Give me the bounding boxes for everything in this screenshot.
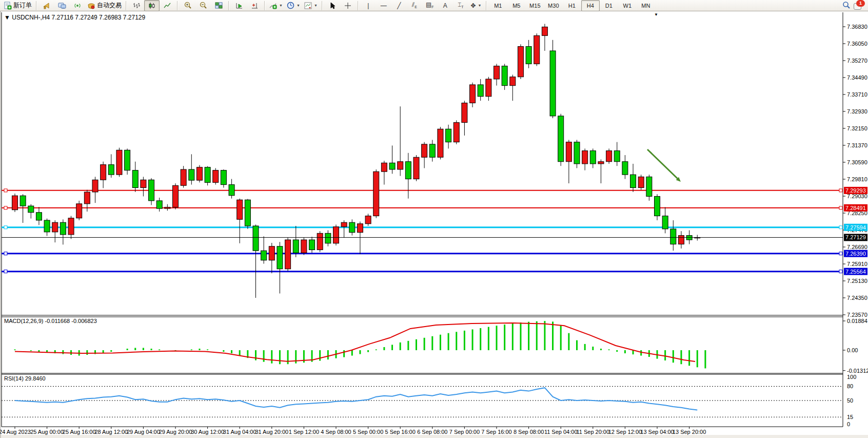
candle-body-up (470, 85, 476, 103)
time-axis-label: 12 Sep 12:00 (608, 429, 642, 435)
time-axis-label: 31 Aug 04:00 (223, 429, 257, 435)
candle-body-down (478, 85, 483, 97)
time-axis-label: 29 Aug 04:00 (127, 429, 160, 435)
time-axis-label: 13 Sep 20:00 (673, 429, 706, 435)
candle-body-down (662, 216, 668, 229)
candle-body-down (261, 251, 267, 260)
price-tick-label: 7.34490 (847, 74, 867, 81)
candle-body-down (502, 66, 507, 86)
candle-body-down (253, 226, 259, 251)
chart-canvas[interactable]: 7.368307.360507.352707.344907.337107.329… (0, 0, 868, 438)
macd-axis-label: 0.01884 (847, 318, 867, 324)
time-axis-label: 13 Sep 04:00 (640, 429, 674, 435)
candle-body-up (317, 233, 323, 250)
candle-body-down (590, 151, 596, 164)
price-tick-label: 7.25130 (847, 278, 867, 284)
candle-body-down (221, 170, 226, 185)
candle-body-up (422, 144, 427, 157)
candle-body-down (655, 196, 660, 216)
candle-body-down (389, 163, 395, 169)
chart-background (0, 11, 868, 438)
candle-body-up (678, 236, 684, 244)
candle-body-up (453, 123, 459, 142)
candle-body-down (574, 142, 580, 164)
time-axis-label: 5 Sep 16:00 (385, 429, 416, 435)
candle-body-up (582, 151, 588, 164)
candle-body-down (20, 196, 26, 206)
rsi-axis-label: 80 (847, 383, 853, 389)
candle-body-down (446, 129, 451, 142)
time-axis-label: 25 Aug 00:00 (30, 429, 64, 435)
candle-body-down (325, 233, 331, 243)
line-anchor[interactable] (839, 189, 842, 192)
time-axis-label: 30 Aug 12:00 (191, 429, 224, 435)
candle-body-up (116, 150, 122, 175)
rsi-axis-label: 100 (847, 374, 856, 380)
time-axis-label: 1 Sep 12:00 (289, 429, 319, 435)
candle-body-down (405, 162, 411, 179)
line-anchor[interactable] (839, 252, 842, 255)
candle-body-down (245, 200, 250, 226)
bid-price-label: 7.27129 (845, 234, 866, 240)
candle-body-up (398, 162, 403, 169)
candle-body-up (285, 240, 291, 269)
candle-body-down (429, 144, 435, 157)
rsi-axis-label: 50 (847, 397, 853, 404)
candle-body-down (646, 177, 652, 196)
candle-body-down (205, 167, 210, 183)
line-anchor[interactable] (4, 270, 7, 273)
price-tick-label: 7.31370 (847, 142, 867, 148)
candle-body-up (196, 167, 202, 180)
candle-body-down (60, 222, 66, 235)
candle-body-down (614, 151, 620, 162)
candle-body-up (341, 222, 347, 226)
time-axis-label: 11 Sep 04:00 (544, 429, 578, 435)
macd-label: MACD(12,26,9) -0.011668 -0.006823 (4, 318, 97, 324)
candle-body-up (606, 151, 612, 162)
candle-body-up (598, 162, 604, 164)
candle-body-up (76, 204, 82, 218)
candle-body-down (622, 162, 628, 175)
candle-body-up (373, 172, 379, 216)
price-tick-label: 7.25910 (847, 261, 867, 267)
candle-body-up (413, 157, 419, 179)
chart-title: ▼ USDCNH-,H4 7.27116 7.27249 7.26983 7.2… (4, 14, 145, 21)
line-anchor[interactable] (4, 189, 7, 192)
line-anchor[interactable] (4, 252, 7, 255)
time-axis-label: 6 Sep 08:00 (417, 429, 447, 435)
line-anchor[interactable] (4, 226, 7, 229)
price-label-7.25564: 7.25564 (845, 269, 866, 275)
candle-body-up (566, 142, 571, 162)
line-anchor[interactable] (839, 206, 842, 210)
candle-body-up (68, 218, 74, 235)
rsi-label: RSI(14) 29.8460 (4, 375, 46, 382)
time-axis-label: 4 Sep 08:00 (321, 429, 351, 435)
candle-body-down (229, 185, 234, 196)
candle-body-up (84, 192, 90, 204)
candle-body-up (12, 196, 18, 210)
candle-body-up (518, 47, 523, 77)
candle-body-up (141, 180, 146, 187)
candle-body-up (381, 163, 387, 172)
candle-body-up (462, 103, 467, 123)
candle-body-down (277, 246, 283, 269)
candle-body-down (670, 229, 676, 244)
price-tick-label: 7.24350 (847, 295, 867, 301)
line-anchor[interactable] (839, 270, 842, 273)
candle-body-up (333, 227, 339, 243)
price-tick-label: 7.32150 (847, 125, 867, 131)
candle-body-up (52, 222, 58, 232)
candle-body-up (534, 35, 540, 64)
price-tick-label: 7.30590 (847, 159, 867, 165)
price-label-7.28491: 7.28491 (845, 205, 866, 211)
price-label-7.29293: 7.29293 (845, 187, 866, 194)
candle-body-up (165, 207, 170, 209)
time-axis-label: 11 Sep 20:00 (576, 429, 609, 435)
line-anchor[interactable] (4, 206, 7, 210)
window-menu-icon[interactable]: ▼ (654, 12, 658, 17)
candle-body-down (156, 201, 162, 208)
candle-body-down (309, 240, 315, 250)
candle-body-down (526, 47, 531, 64)
line-anchor[interactable] (839, 226, 842, 229)
window-bottom-strip (0, 435, 868, 438)
